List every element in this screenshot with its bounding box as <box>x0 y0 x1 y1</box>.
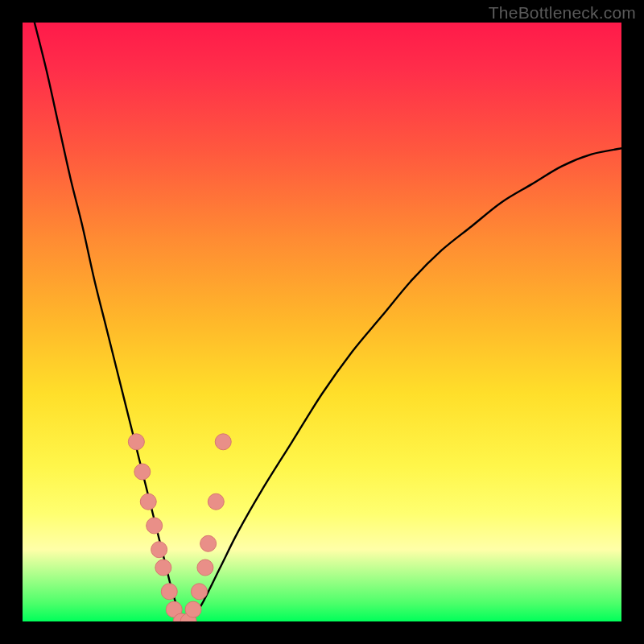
sample-point <box>134 464 151 480</box>
sample-point <box>147 518 163 534</box>
sample-point <box>128 434 144 450</box>
sample-point <box>151 542 167 558</box>
sample-point <box>208 493 224 510</box>
sample-point <box>191 584 207 600</box>
sample-point <box>215 434 231 450</box>
sample-point <box>197 559 213 576</box>
sample-point <box>155 559 171 576</box>
sample-point <box>161 584 177 600</box>
sample-point-markers <box>128 434 231 621</box>
sample-point <box>200 535 217 551</box>
plot-svg <box>23 23 621 621</box>
sample-point <box>140 493 156 510</box>
bottleneck-curve <box>35 23 621 621</box>
curve-path <box>35 23 621 621</box>
chart-area <box>23 23 621 621</box>
sample-point <box>185 601 201 617</box>
watermark-text: TheBottleneck.com <box>489 3 636 23</box>
